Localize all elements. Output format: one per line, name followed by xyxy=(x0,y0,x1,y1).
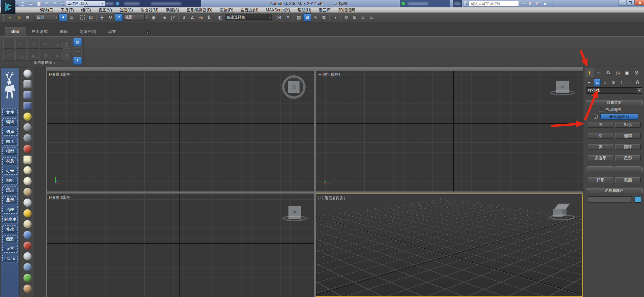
border-mode-button[interactable]: ↺ xyxy=(28,39,39,49)
viewcube-ring[interactable] xyxy=(549,214,575,220)
scatter-button[interactable] xyxy=(22,230,33,240)
select-and-move-button[interactable]: ╋ xyxy=(98,13,106,22)
sphere-light-button[interactable] xyxy=(22,176,33,186)
wire-teapot-button[interactable] xyxy=(22,187,33,197)
camera-button[interactable] xyxy=(22,122,33,132)
dome-button[interactable] xyxy=(22,219,33,229)
poly-tool-button-2[interactable]: ◻ xyxy=(15,51,27,61)
sidebar-item-light[interactable]: 灯光 xyxy=(2,167,18,175)
sidebar-item-settings[interactable]: 设置 xyxy=(2,245,18,253)
category-space-warps[interactable]: ≈ xyxy=(626,79,633,86)
window-crossing-button[interactable]: ⊡ xyxy=(87,13,95,22)
menu-item-customize[interactable]: 自定义(U) xyxy=(237,7,262,13)
polygon-mode-button[interactable]: ▭ xyxy=(40,39,51,49)
layer-manager-button[interactable]: ▤ xyxy=(295,13,303,22)
application-menu-button[interactable] xyxy=(1,0,15,14)
tab-modify[interactable]: ∿ xyxy=(594,69,603,77)
ribbon-option-button-5[interactable]: ▥ xyxy=(62,51,71,59)
ribbon-toggle-button-3[interactable]: ↥ xyxy=(73,57,82,65)
reference-coordinate-dropdown[interactable]: 视图▼ xyxy=(123,14,149,20)
search-collapse-button[interactable]: ◂ xyxy=(464,1,468,7)
selection-filter-dropdown[interactable]: 全部▼ xyxy=(35,14,59,20)
communication-center-icon[interactable]: ⚙ xyxy=(527,1,534,7)
egg-button[interactable]: 卵形 xyxy=(588,177,613,183)
sidebar-item-function[interactable]: 函数 xyxy=(2,235,18,243)
viewport-perspective[interactable]: [+][透视][真实] xyxy=(316,194,583,297)
category-geometry[interactable]: ● xyxy=(586,79,593,86)
undo-button[interactable]: ↶ xyxy=(44,1,50,7)
edit-named-selection-sets-button[interactable]: ◧ xyxy=(216,13,224,22)
bind-to-space-warp-button[interactable]: ≋ xyxy=(23,13,32,22)
sidebar-item-cleanup[interactable]: 清理 xyxy=(2,206,18,214)
sidebar-item-edit[interactable]: 编辑 xyxy=(2,118,18,126)
sidebar-item-model[interactable]: 模型 xyxy=(2,147,18,155)
background-window-3[interactable] xyxy=(453,0,462,7)
grass-button[interactable] xyxy=(22,273,33,283)
poly-tool-button-3[interactable]: ◆ xyxy=(28,51,39,61)
sidebar-item-display[interactable]: 显示 xyxy=(2,196,18,204)
name-color-rollout-header[interactable]: - 名称和颜色 xyxy=(586,188,643,193)
object-color-swatch[interactable] xyxy=(635,196,641,203)
category-systems[interactable]: ⁂ xyxy=(634,79,641,86)
sidebar-item-file[interactable]: 文件 xyxy=(2,109,18,116)
tab-create[interactable]: ☀ xyxy=(585,69,594,77)
menu-item-graph-editors[interactable]: 图形编辑器(D) xyxy=(183,7,216,13)
search-icon[interactable]: ⚇ xyxy=(520,1,526,7)
arc-button[interactable]: 弧 xyxy=(588,144,613,150)
light-lister-button[interactable] xyxy=(22,112,33,122)
named-selection-sets-dropdown[interactable]: 创建选择集▼ xyxy=(225,14,272,20)
circle-button[interactable]: 圆 xyxy=(588,133,613,139)
physical-camera-button[interactable] xyxy=(22,144,33,154)
restore-button[interactable]: ❐ xyxy=(626,0,634,6)
sidebar-item-material[interactable]: 材质 xyxy=(2,157,18,165)
close-button[interactable]: ✕ xyxy=(634,0,644,6)
sun-light-button[interactable] xyxy=(22,208,33,218)
ribbon-tab-modeling[interactable]: 建模 xyxy=(5,27,25,36)
ngon-button[interactable]: 多边形 xyxy=(588,155,613,161)
viewcube-ring[interactable] xyxy=(550,90,575,95)
minimize-button[interactable]: — xyxy=(618,0,626,6)
ribbon-minimize-button[interactable]: ▾ xyxy=(145,30,150,35)
angle-snap-button[interactable]: ∠● xyxy=(189,13,197,22)
ribbon-tab-object-paint[interactable]: 对象绘制 xyxy=(74,27,102,36)
viewport-top-label[interactable]: [+][顶][线框] xyxy=(49,72,72,77)
rock-button[interactable] xyxy=(22,262,33,272)
help-icon[interactable]: ? xyxy=(549,1,556,7)
sidebar-item-custom[interactable]: 自定义 xyxy=(2,255,18,262)
viewcube-top-face[interactable]: 顶 xyxy=(288,81,300,93)
select-and-rotate-button[interactable]: ↻ xyxy=(106,13,114,22)
render-setup-button[interactable]: ⚙ xyxy=(342,13,350,22)
ribbon-tab-selection[interactable]: 选择 xyxy=(54,27,74,36)
new-scene-button[interactable]: ▢ xyxy=(19,1,26,7)
menu-item-views[interactable]: 视图(V) xyxy=(95,7,116,13)
area-light-button[interactable] xyxy=(22,155,33,165)
ellipse-button[interactable]: 椭圆 xyxy=(615,133,641,139)
viewport-left[interactable]: [+][左][线框] 左 xyxy=(47,194,314,297)
tab-hierarchy[interactable]: ⧉ xyxy=(604,69,613,77)
percent-snap-button[interactable]: %● xyxy=(197,13,205,22)
ribbon-option-button-4[interactable]: ▤ xyxy=(62,41,71,49)
menu-item-rendering[interactable]: 渲染(R) xyxy=(216,7,237,13)
category-cameras[interactable]: ⊙ xyxy=(610,79,617,86)
rendered-frame-window-button[interactable]: ⊡ xyxy=(351,13,359,22)
keyboard-shortcut-override-button[interactable]: {✓ xyxy=(169,13,177,22)
use-pivot-point-button[interactable]: ◉ xyxy=(150,13,158,22)
menu-item-group[interactable]: 组(G) xyxy=(77,7,95,13)
category-helpers[interactable]: ⊺ xyxy=(618,79,625,86)
mirror-button[interactable]: ⋈ xyxy=(275,13,283,22)
scene-explorer-button[interactable]: ⊞ xyxy=(303,13,311,22)
menu-item-edit[interactable]: 编辑(E) xyxy=(36,7,57,13)
curve-editor-button[interactable]: ∿ xyxy=(312,13,320,22)
viewport-front-label[interactable]: [+][前][线框] xyxy=(318,72,340,77)
viewcube-ring[interactable] xyxy=(282,216,308,221)
edge-mode-button[interactable]: ◺ xyxy=(15,39,27,49)
vertex-mode-button[interactable]: ∴ xyxy=(3,39,15,49)
camera-sphere-button[interactable] xyxy=(22,133,33,143)
render-settings-sheet-button[interactable] xyxy=(22,90,33,100)
select-and-link-button[interactable]: ∞ xyxy=(7,13,15,22)
menu-item-maxscript[interactable]: MAXScript(X) xyxy=(262,7,294,13)
tab-utilities[interactable]: ⚒ xyxy=(632,69,641,77)
menu-item-liucloud[interactable]: 溜云库 xyxy=(315,7,334,13)
brush-hand-button[interactable] xyxy=(22,284,33,294)
unlink-selection-button[interactable]: ⊘ xyxy=(15,13,23,22)
